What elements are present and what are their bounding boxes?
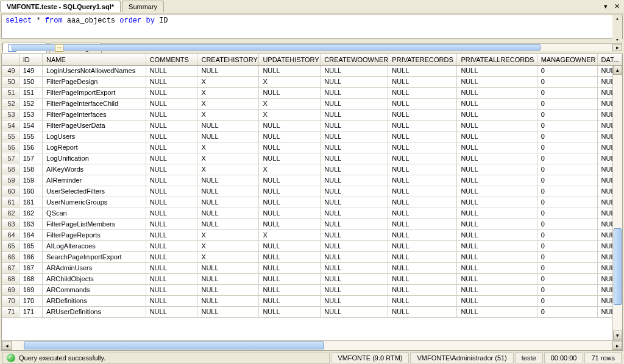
cell-manageowner[interactable]: 0 (537, 76, 597, 87)
table-row[interactable]: 52152FilterPageInterfaceChildNULLXXNULLN… (2, 98, 622, 109)
cell-updatehistory[interactable]: X (259, 109, 321, 120)
cell-manageowner[interactable]: 0 (537, 284, 597, 295)
cell-createwoowner[interactable]: NULL (321, 109, 388, 120)
cell-manageowner[interactable]: 0 (537, 186, 597, 197)
cell-privaterecords[interactable]: NULL (388, 98, 457, 109)
cell-privateallrecords[interactable]: NULL (457, 98, 537, 109)
query-editor[interactable]: select * from aaa_objects order by ID ▴ … (1, 15, 623, 39)
cell-privateallrecords[interactable]: NULL (457, 229, 537, 240)
grid-h-scrollbar[interactable]: ◂ ▸ (2, 340, 622, 350)
cell-createhistory[interactable]: NULL (197, 219, 259, 229)
cell-createwoowner[interactable]: NULL (321, 175, 388, 186)
scroll-up-icon[interactable]: ▴ (615, 15, 619, 22)
cell-updatehistory[interactable]: NULL (259, 131, 321, 142)
cell-rownum[interactable]: 64 (2, 229, 19, 240)
cell-createhistory[interactable]: X (197, 76, 259, 87)
cell-privaterecords[interactable]: NULL (388, 153, 457, 164)
cell-createhistory[interactable]: X (197, 109, 259, 120)
cell-comments[interactable]: NULL (146, 219, 197, 229)
cell-comments[interactable]: NULL (146, 284, 197, 295)
cell-privaterecords[interactable]: NULL (388, 284, 457, 295)
cell-updatehistory[interactable]: X (259, 76, 321, 87)
cell-privaterecords[interactable]: NULL (388, 142, 457, 153)
scroll-down-icon[interactable]: ▾ (613, 331, 622, 340)
cell-updatehistory[interactable]: NULL (259, 240, 321, 251)
cell-privaterecords[interactable]: NULL (388, 262, 457, 273)
cell-rownum[interactable]: 52 (2, 98, 19, 109)
cell-updatehistory[interactable]: NULL (259, 306, 321, 317)
table-row[interactable]: 51151FilterPageImportExportNULLXNULLNULL… (2, 87, 622, 98)
cell-rownum[interactable]: 66 (2, 251, 19, 262)
col-privaterecords[interactable]: PRIVATERECORDS (388, 54, 457, 65)
cell-updatehistory[interactable]: NULL (259, 175, 321, 186)
cell-updatehistory[interactable]: NULL (259, 65, 321, 76)
cell-name[interactable]: FilterPageListMembers (43, 219, 146, 229)
table-row[interactable]: 50150FilterPageDesignNULLXXNULLNULLNULL0… (2, 76, 622, 87)
cell-rownum[interactable]: 62 (2, 208, 19, 219)
cell-privateallrecords[interactable]: NULL (457, 219, 537, 229)
cell-updatehistory[interactable]: NULL (259, 153, 321, 164)
cell-id[interactable]: 168 (19, 273, 42, 284)
tab-summary[interactable]: Summary (122, 1, 164, 12)
col-rownum[interactable] (2, 54, 19, 65)
scroll-thumb[interactable] (614, 228, 622, 305)
cell-name[interactable]: LogUsers (43, 131, 146, 142)
col-comments[interactable]: COMMENTS (146, 54, 197, 65)
cell-createhistory[interactable]: X (197, 251, 259, 262)
cell-updatehistory[interactable]: X (259, 98, 321, 109)
cell-manageowner[interactable]: 0 (537, 208, 597, 219)
cell-name[interactable]: FilterPageInterfaces (43, 109, 146, 120)
cell-createhistory[interactable]: NULL (197, 120, 259, 131)
cell-id[interactable]: 163 (19, 219, 42, 229)
cell-name[interactable]: ARChildObjects (43, 273, 146, 284)
cell-createhistory[interactable]: NULL (197, 262, 259, 273)
cell-name[interactable]: UserNumericGroups (43, 197, 146, 208)
col-manageowner[interactable]: MANAGEOWNER (537, 54, 597, 65)
cell-createhistory[interactable]: X (197, 164, 259, 175)
scroll-down-icon[interactable]: ▾ (615, 37, 619, 43)
cell-comments[interactable]: NULL (146, 131, 197, 142)
cell-createhistory[interactable]: NULL (197, 131, 259, 142)
cell-manageowner[interactable]: 0 (537, 65, 597, 76)
table-row[interactable]: 63163FilterPageListMembersNULLNULLNULLNU… (2, 219, 622, 229)
table-row[interactable]: 55155LogUsersNULLNULLNULLNULLNULLNULL0NU… (2, 131, 622, 142)
cell-manageowner[interactable]: 0 (537, 229, 597, 240)
cell-privateallrecords[interactable]: NULL (457, 142, 537, 153)
cell-rownum[interactable]: 68 (2, 273, 19, 284)
cell-createwoowner[interactable]: NULL (321, 262, 388, 273)
cell-rownum[interactable]: 70 (2, 295, 19, 306)
table-row[interactable]: 67167ARAdminUsersNULLNULLNULLNULLNULLNUL… (2, 262, 622, 273)
cell-createhistory[interactable]: X (197, 98, 259, 109)
cell-privateallrecords[interactable]: NULL (457, 273, 537, 284)
table-row[interactable]: 58158AIKeyWordsNULLXXNULLNULLNULL0NUL (2, 164, 622, 175)
cell-updatehistory[interactable]: NULL (259, 219, 321, 229)
col-updatehistory[interactable]: UPDATEHISTORY (259, 54, 321, 65)
cell-comments[interactable]: NULL (146, 208, 197, 219)
cell-rownum[interactable]: 63 (2, 219, 19, 229)
cell-createwoowner[interactable]: NULL (321, 197, 388, 208)
table-row[interactable]: 60160UserSelectedFiltersNULLNULLNULLNULL… (2, 186, 622, 197)
cell-rownum[interactable]: 59 (2, 175, 19, 186)
cell-createwoowner[interactable]: NULL (321, 251, 388, 262)
col-id[interactable]: ID (19, 54, 42, 65)
cell-privaterecords[interactable]: NULL (388, 87, 457, 98)
cell-privateallrecords[interactable]: NULL (457, 208, 537, 219)
cell-id[interactable]: 170 (19, 295, 42, 306)
cell-updatehistory[interactable]: NULL (259, 87, 321, 98)
cell-id[interactable]: 150 (19, 76, 42, 87)
cell-id[interactable]: 161 (19, 197, 42, 208)
cell-privaterecords[interactable]: NULL (388, 208, 457, 219)
table-row[interactable]: 64164FilterPageReportsNULLXXNULLNULLNULL… (2, 229, 622, 240)
table-row[interactable]: 65165AILogAlteracoesNULLXNULLNULLNULLNUL… (2, 240, 622, 251)
editor-v-scrollbar[interactable]: ▴ ▾ (612, 15, 622, 43)
table-row[interactable]: 62162QScanNULLNULLNULLNULLNULLNULL0NUL (2, 208, 622, 219)
cell-name[interactable]: FilterPageImportExport (43, 87, 146, 98)
cell-privateallrecords[interactable]: NULL (457, 109, 537, 120)
cell-manageowner[interactable]: 0 (537, 273, 597, 284)
col-dat[interactable]: DAT... (597, 54, 622, 65)
cell-createhistory[interactable]: X (197, 87, 259, 98)
cell-createwoowner[interactable]: NULL (321, 87, 388, 98)
col-name[interactable]: NAME (43, 54, 146, 65)
cell-privateallrecords[interactable]: NULL (457, 306, 537, 317)
cell-updatehistory[interactable]: NULL (259, 208, 321, 219)
